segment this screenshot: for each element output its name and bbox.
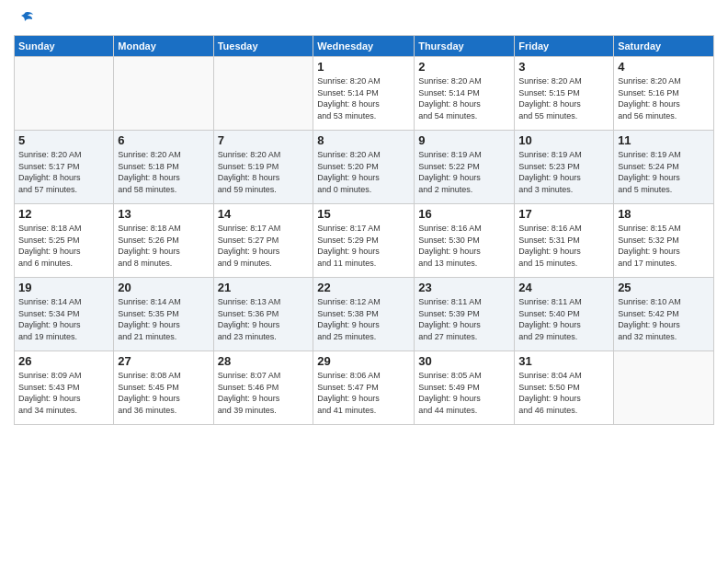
day-info: Sunrise: 8:20 AM Sunset: 5:17 PM Dayligh… <box>18 149 109 195</box>
calendar-cell: 31Sunrise: 8:04 AM Sunset: 5:50 PM Dayli… <box>515 351 614 425</box>
calendar-body: 1Sunrise: 8:20 AM Sunset: 5:14 PM Daylig… <box>15 57 714 425</box>
calendar-cell <box>114 57 213 131</box>
calendar-cell: 13Sunrise: 8:18 AM Sunset: 5:26 PM Dayli… <box>114 204 213 278</box>
day-info: Sunrise: 8:20 AM Sunset: 5:15 PM Dayligh… <box>518 75 609 121</box>
day-info: Sunrise: 8:08 AM Sunset: 5:45 PM Dayligh… <box>118 370 209 416</box>
day-number: 19 <box>18 281 109 294</box>
calendar-cell: 9Sunrise: 8:19 AM Sunset: 5:22 PM Daylig… <box>415 131 515 204</box>
weekday-header-row: SundayMondayTuesdayWednesdayThursdayFrid… <box>15 36 714 57</box>
day-info: Sunrise: 8:20 AM Sunset: 5:18 PM Dayligh… <box>118 149 209 195</box>
day-info: Sunrise: 8:19 AM Sunset: 5:23 PM Dayligh… <box>518 149 609 195</box>
day-number: 15 <box>317 207 410 221</box>
day-info: Sunrise: 8:20 AM Sunset: 5:16 PM Dayligh… <box>618 75 710 121</box>
weekday-monday: Monday <box>114 36 213 57</box>
calendar-page: SundayMondayTuesdayWednesdayThursdayFrid… <box>0 0 728 563</box>
day-info: Sunrise: 8:16 AM Sunset: 5:30 PM Dayligh… <box>418 223 510 269</box>
day-number: 2 <box>418 60 510 74</box>
day-info: Sunrise: 8:19 AM Sunset: 5:22 PM Dayligh… <box>418 149 510 195</box>
calendar-cell: 7Sunrise: 8:20 AM Sunset: 5:19 PM Daylig… <box>213 131 313 204</box>
day-info: Sunrise: 8:20 AM Sunset: 5:14 PM Dayligh… <box>317 75 410 121</box>
calendar-cell: 12Sunrise: 8:18 AM Sunset: 5:25 PM Dayli… <box>15 204 114 278</box>
weekday-friday: Friday <box>515 36 614 57</box>
calendar-cell: 28Sunrise: 8:07 AM Sunset: 5:46 PM Dayli… <box>213 351 313 425</box>
day-number: 9 <box>418 133 510 147</box>
day-number: 16 <box>418 207 510 221</box>
week-row-3: 12Sunrise: 8:18 AM Sunset: 5:25 PM Dayli… <box>15 204 714 278</box>
day-number: 29 <box>317 354 410 368</box>
day-number: 28 <box>218 354 310 368</box>
day-number: 24 <box>518 281 609 294</box>
day-info: Sunrise: 8:12 AM Sunset: 5:38 PM Dayligh… <box>317 296 410 342</box>
calendar-cell: 21Sunrise: 8:13 AM Sunset: 5:36 PM Dayli… <box>213 278 313 351</box>
week-row-4: 19Sunrise: 8:14 AM Sunset: 5:34 PM Dayli… <box>15 278 714 351</box>
day-number: 13 <box>118 207 209 221</box>
day-info: Sunrise: 8:09 AM Sunset: 5:43 PM Dayligh… <box>18 370 109 416</box>
day-number: 30 <box>418 354 510 368</box>
day-info: Sunrise: 8:17 AM Sunset: 5:27 PM Dayligh… <box>218 223 310 269</box>
calendar-cell: 1Sunrise: 8:20 AM Sunset: 5:14 PM Daylig… <box>313 57 415 131</box>
day-number: 12 <box>18 207 109 221</box>
day-number: 1 <box>317 60 410 74</box>
calendar-cell: 8Sunrise: 8:20 AM Sunset: 5:20 PM Daylig… <box>313 131 415 204</box>
header <box>14 9 714 28</box>
day-info: Sunrise: 8:13 AM Sunset: 5:36 PM Dayligh… <box>218 296 310 342</box>
day-number: 20 <box>118 281 209 294</box>
day-info: Sunrise: 8:18 AM Sunset: 5:25 PM Dayligh… <box>18 223 109 269</box>
day-info: Sunrise: 8:16 AM Sunset: 5:31 PM Dayligh… <box>518 223 609 269</box>
day-info: Sunrise: 8:17 AM Sunset: 5:29 PM Dayligh… <box>317 223 410 269</box>
day-number: 10 <box>518 133 609 147</box>
calendar-cell: 3Sunrise: 8:20 AM Sunset: 5:15 PM Daylig… <box>515 57 614 131</box>
week-row-5: 26Sunrise: 8:09 AM Sunset: 5:43 PM Dayli… <box>15 351 714 425</box>
day-info: Sunrise: 8:15 AM Sunset: 5:32 PM Dayligh… <box>618 223 710 269</box>
day-number: 4 <box>618 60 710 74</box>
calendar-cell: 16Sunrise: 8:16 AM Sunset: 5:30 PM Dayli… <box>415 204 515 278</box>
day-number: 17 <box>518 207 609 221</box>
day-info: Sunrise: 8:11 AM Sunset: 5:40 PM Dayligh… <box>518 296 609 342</box>
calendar-cell: 24Sunrise: 8:11 AM Sunset: 5:40 PM Dayli… <box>515 278 614 351</box>
calendar-cell: 22Sunrise: 8:12 AM Sunset: 5:38 PM Dayli… <box>313 278 415 351</box>
weekday-wednesday: Wednesday <box>313 36 415 57</box>
day-number: 31 <box>518 354 609 368</box>
calendar-cell: 26Sunrise: 8:09 AM Sunset: 5:43 PM Dayli… <box>15 351 114 425</box>
day-info: Sunrise: 8:19 AM Sunset: 5:24 PM Dayligh… <box>618 149 710 195</box>
day-number: 18 <box>618 207 710 221</box>
logo <box>14 9 34 28</box>
weekday-tuesday: Tuesday <box>213 36 313 57</box>
day-info: Sunrise: 8:04 AM Sunset: 5:50 PM Dayligh… <box>518 370 609 416</box>
weekday-thursday: Thursday <box>415 36 515 57</box>
calendar-table: SundayMondayTuesdayWednesdayThursdayFrid… <box>14 35 714 425</box>
day-number: 22 <box>317 281 410 294</box>
calendar-cell: 4Sunrise: 8:20 AM Sunset: 5:16 PM Daylig… <box>614 57 714 131</box>
calendar-cell <box>213 57 313 131</box>
day-number: 23 <box>418 281 510 294</box>
day-number: 6 <box>118 133 209 147</box>
day-number: 3 <box>518 60 609 74</box>
day-number: 25 <box>618 281 710 294</box>
calendar-cell: 15Sunrise: 8:17 AM Sunset: 5:29 PM Dayli… <box>313 204 415 278</box>
calendar-cell: 5Sunrise: 8:20 AM Sunset: 5:17 PM Daylig… <box>15 131 114 204</box>
day-info: Sunrise: 8:05 AM Sunset: 5:49 PM Dayligh… <box>418 370 510 416</box>
day-number: 26 <box>18 354 109 368</box>
day-number: 7 <box>218 133 310 147</box>
calendar-cell: 14Sunrise: 8:17 AM Sunset: 5:27 PM Dayli… <box>213 204 313 278</box>
day-info: Sunrise: 8:18 AM Sunset: 5:26 PM Dayligh… <box>118 223 209 269</box>
day-info: Sunrise: 8:20 AM Sunset: 5:20 PM Dayligh… <box>317 149 410 195</box>
day-info: Sunrise: 8:06 AM Sunset: 5:47 PM Dayligh… <box>317 370 410 416</box>
weekday-saturday: Saturday <box>614 36 714 57</box>
logo-bird-icon <box>16 9 34 28</box>
calendar-cell: 6Sunrise: 8:20 AM Sunset: 5:18 PM Daylig… <box>114 131 213 204</box>
day-info: Sunrise: 8:07 AM Sunset: 5:46 PM Dayligh… <box>218 370 310 416</box>
calendar-cell: 30Sunrise: 8:05 AM Sunset: 5:49 PM Dayli… <box>415 351 515 425</box>
calendar-cell: 2Sunrise: 8:20 AM Sunset: 5:14 PM Daylig… <box>415 57 515 131</box>
calendar-cell: 25Sunrise: 8:10 AM Sunset: 5:42 PM Dayli… <box>614 278 714 351</box>
weekday-sunday: Sunday <box>15 36 114 57</box>
calendar-cell: 19Sunrise: 8:14 AM Sunset: 5:34 PM Dayli… <box>15 278 114 351</box>
day-info: Sunrise: 8:20 AM Sunset: 5:19 PM Dayligh… <box>218 149 310 195</box>
calendar-cell <box>614 351 714 425</box>
calendar-cell: 17Sunrise: 8:16 AM Sunset: 5:31 PM Dayli… <box>515 204 614 278</box>
calendar-cell: 11Sunrise: 8:19 AM Sunset: 5:24 PM Dayli… <box>614 131 714 204</box>
calendar-cell: 10Sunrise: 8:19 AM Sunset: 5:23 PM Dayli… <box>515 131 614 204</box>
week-row-1: 1Sunrise: 8:20 AM Sunset: 5:14 PM Daylig… <box>15 57 714 131</box>
calendar-cell: 20Sunrise: 8:14 AM Sunset: 5:35 PM Dayli… <box>114 278 213 351</box>
day-info: Sunrise: 8:10 AM Sunset: 5:42 PM Dayligh… <box>618 296 710 342</box>
